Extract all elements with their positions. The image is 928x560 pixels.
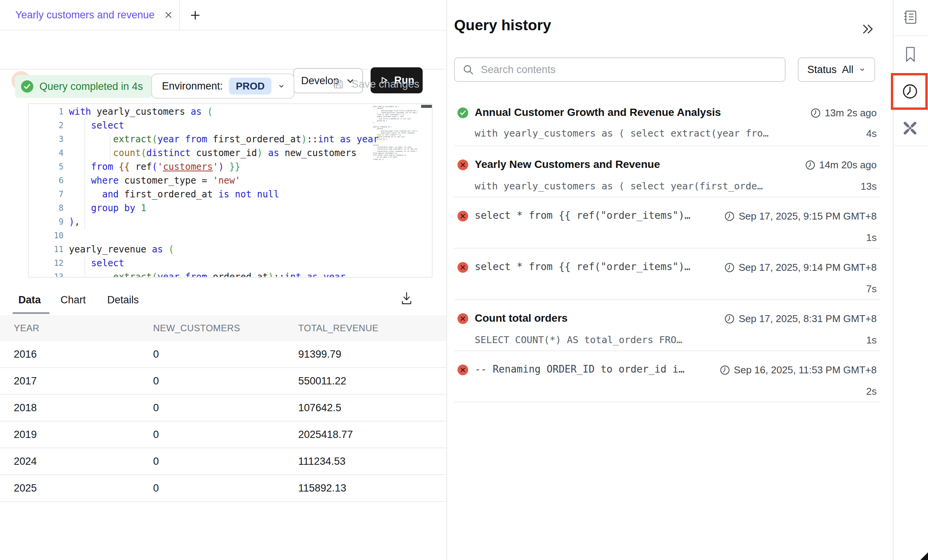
history-item-title: -- Renaming ORDER_ID to order_id i… [475, 363, 685, 375]
history-item-duration: 7s [866, 283, 877, 295]
history-item-title: select * from {{ ref("order_items")… [475, 210, 691, 221]
save-changes-label: Save changes [351, 78, 419, 90]
table-cell: 0 [153, 348, 298, 360]
search-icon [462, 64, 474, 75]
history-item[interactable]: Count total ordersSep 17, 2025, 8:31 PM … [447, 300, 893, 351]
code-text: yearly_revenue as ( [69, 243, 174, 256]
app-window: Yearly customers and revenue BL Your sav… [0, 0, 928, 560]
history-item-duration: 1s [866, 232, 877, 244]
error-icon [457, 159, 469, 171]
table-cell: 550011.22 [298, 375, 446, 387]
history-item-duration: 2s [866, 386, 877, 397]
table-cell: 115892.13 [298, 482, 446, 494]
query-history-title: Query history [454, 17, 551, 34]
table-cell: 91399.79 [298, 348, 446, 360]
close-icon[interactable] [163, 10, 174, 20]
insight-toolbar: BL Your saved insight Develop Run [0, 31, 446, 70]
tab-chart[interactable]: Chart [60, 285, 86, 315]
table-cell: 0 [153, 402, 298, 414]
line-number: 9 [29, 215, 69, 229]
sidebar-separator [894, 145, 928, 146]
indent-guide [85, 119, 85, 230]
table-cell: 2016 [14, 348, 153, 360]
clock-icon [810, 108, 821, 118]
status-filter-dropdown[interactable]: Status All [798, 57, 875, 82]
query-status-text: Query completed in 4s [39, 81, 143, 93]
history-item-duration: 13s [861, 181, 877, 192]
editor-minimap[interactable]: with yearly_customers as ( select extrac… [373, 106, 417, 274]
results-table-body: 2016091399.7920170550011.2220180107642.5… [0, 341, 446, 502]
tab-divider [179, 0, 180, 30]
table-cell: 2024 [14, 456, 153, 467]
history-item-time: Sep 17, 2025, 8:31 PM GMT+8 [724, 313, 877, 325]
code-line: 6 where customer_type = 'new' [29, 174, 432, 187]
editor-scrollbar-thumb[interactable] [421, 105, 432, 108]
tab-yearly-customers-and-revenue[interactable]: Yearly customers and revenue [15, 0, 174, 30]
history-item-time: 13m 2s ago [810, 107, 877, 119]
save-changes-button[interactable]: Save changes [332, 78, 419, 90]
clock-icon [720, 365, 730, 375]
download-icon[interactable] [400, 291, 413, 306]
table-row: 20170550011.22 [0, 368, 446, 395]
history-item[interactable]: Annual Customer Growth and Revenue Analy… [447, 103, 893, 146]
code-line: 5 from {{ ref('customers') }} [29, 160, 432, 174]
indent-guide [85, 257, 85, 278]
search-input[interactable] [481, 64, 777, 76]
history-item-title: Count total orders [475, 312, 568, 324]
resize-handle[interactable] [920, 552, 928, 560]
check-circle-icon [20, 80, 34, 93]
history-item[interactable]: Yearly New Customers and Revenue14m 20s … [447, 146, 893, 197]
table-cell: 0 [153, 482, 298, 494]
code-text: from {{ ref('customers') }} [69, 160, 240, 174]
line-number: 2 [29, 119, 69, 132]
clock-icon [805, 160, 815, 170]
code-text: with yearly_customers as ( [69, 105, 213, 119]
line-number: 10 [29, 229, 69, 243]
error-icon [457, 364, 469, 376]
sidebar-notebook-icon[interactable] [901, 8, 919, 26]
code-line: 4 count(distinct customer_id) as new_cus… [29, 146, 432, 160]
tab-title: Yearly customers and revenue [15, 9, 155, 21]
line-number: 1 [29, 105, 69, 119]
history-item-time: Sep 17, 2025, 9:15 PM GMT+8 [724, 210, 877, 222]
history-item[interactable]: select * from {{ ref("order_items")…Sep … [447, 197, 893, 249]
line-number: 8 [29, 201, 69, 215]
table-cell: 2025 [14, 482, 153, 494]
code-line: 10 [29, 229, 432, 243]
code-text: select [69, 119, 124, 132]
chevron-down-icon [859, 66, 866, 73]
environment-value-pill: PROD [229, 78, 271, 94]
table-cell: 2025418.77 [298, 429, 446, 441]
line-number: 11 [29, 243, 69, 256]
sidebar-bookmark-icon[interactable] [902, 45, 919, 63]
code-text: select [69, 256, 124, 270]
history-item-time: Sep 17, 2025, 9:14 PM GMT+8 [724, 262, 877, 273]
code-line: 9), [29, 215, 432, 229]
table-row: 201902025418.77 [0, 422, 446, 448]
results-table-header: YEAR NEW_CUSTOMERS TOTAL_REVENUE [0, 315, 446, 341]
history-item-query: with yearly_customers as ( select extrac… [475, 128, 769, 139]
code-lines: 1with yearly_customers as (2 select3 ext… [29, 105, 432, 278]
sidebar-lineage-icon[interactable] [900, 119, 920, 138]
table-cell: 107642.5 [298, 402, 446, 414]
new-tab-plus-icon[interactable] [189, 9, 201, 21]
table-cell: 0 [153, 456, 298, 467]
success-icon [457, 107, 469, 119]
results-tabbar: Data Chart Details [0, 285, 446, 315]
indent-guide [110, 133, 110, 162]
code-text: extract(year from ordered_at)::int as ye… [69, 270, 351, 278]
tab-data[interactable]: Data [18, 285, 41, 315]
environment-dropdown[interactable]: Environment: PROD [151, 73, 294, 99]
history-item-time: Sep 16, 2025, 11:53 PM GMT+8 [720, 364, 877, 376]
history-item[interactable]: -- Renaming ORDER_ID to order_id i…Sep 1… [447, 351, 893, 402]
history-item[interactable]: select * from {{ ref("order_items")…Sep … [447, 249, 893, 300]
code-text: where customer_type = 'new' [69, 174, 240, 187]
column-header-new-customers: NEW_CUSTOMERS [153, 323, 298, 334]
line-number: 12 [29, 256, 69, 270]
sql-editor[interactable]: 1with yearly_customers as (2 select3 ext… [28, 103, 433, 278]
line-number: 5 [29, 160, 69, 174]
tab-details[interactable]: Details [107, 285, 139, 315]
column-header-year: YEAR [14, 323, 153, 334]
error-icon [457, 210, 469, 222]
collapse-panel-icon[interactable] [858, 21, 877, 37]
